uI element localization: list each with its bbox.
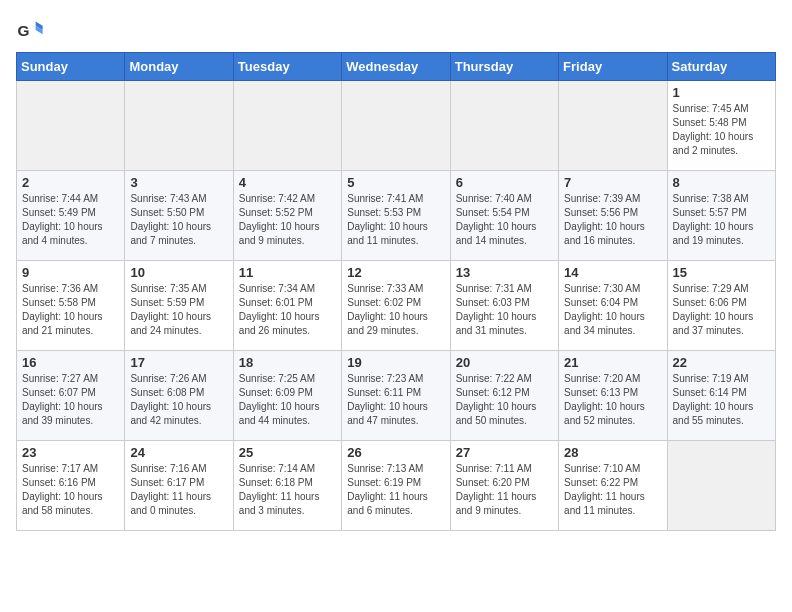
day-number: 4 <box>239 175 336 190</box>
day-number: 27 <box>456 445 553 460</box>
calendar-cell: 18Sunrise: 7:25 AM Sunset: 6:09 PM Dayli… <box>233 351 341 441</box>
day-number: 23 <box>22 445 119 460</box>
day-number: 28 <box>564 445 661 460</box>
day-info: Sunrise: 7:25 AM Sunset: 6:09 PM Dayligh… <box>239 372 336 428</box>
day-info: Sunrise: 7:16 AM Sunset: 6:17 PM Dayligh… <box>130 462 227 518</box>
day-number: 12 <box>347 265 444 280</box>
week-row-5: 23Sunrise: 7:17 AM Sunset: 6:16 PM Dayli… <box>17 441 776 531</box>
page-header: G <box>16 16 776 44</box>
calendar-cell: 8Sunrise: 7:38 AM Sunset: 5:57 PM Daylig… <box>667 171 775 261</box>
day-number: 14 <box>564 265 661 280</box>
week-row-2: 2Sunrise: 7:44 AM Sunset: 5:49 PM Daylig… <box>17 171 776 261</box>
calendar-cell: 7Sunrise: 7:39 AM Sunset: 5:56 PM Daylig… <box>559 171 667 261</box>
calendar-header: SundayMondayTuesdayWednesdayThursdayFrid… <box>17 53 776 81</box>
day-info: Sunrise: 7:27 AM Sunset: 6:07 PM Dayligh… <box>22 372 119 428</box>
header-tuesday: Tuesday <box>233 53 341 81</box>
calendar-cell: 5Sunrise: 7:41 AM Sunset: 5:53 PM Daylig… <box>342 171 450 261</box>
header-thursday: Thursday <box>450 53 558 81</box>
calendar-cell: 23Sunrise: 7:17 AM Sunset: 6:16 PM Dayli… <box>17 441 125 531</box>
day-info: Sunrise: 7:29 AM Sunset: 6:06 PM Dayligh… <box>673 282 770 338</box>
day-info: Sunrise: 7:33 AM Sunset: 6:02 PM Dayligh… <box>347 282 444 338</box>
calendar-cell <box>125 81 233 171</box>
day-info: Sunrise: 7:30 AM Sunset: 6:04 PM Dayligh… <box>564 282 661 338</box>
calendar-cell: 15Sunrise: 7:29 AM Sunset: 6:06 PM Dayli… <box>667 261 775 351</box>
day-number: 15 <box>673 265 770 280</box>
calendar-cell: 4Sunrise: 7:42 AM Sunset: 5:52 PM Daylig… <box>233 171 341 261</box>
header-friday: Friday <box>559 53 667 81</box>
header-wednesday: Wednesday <box>342 53 450 81</box>
header-saturday: Saturday <box>667 53 775 81</box>
calendar-cell: 20Sunrise: 7:22 AM Sunset: 6:12 PM Dayli… <box>450 351 558 441</box>
day-info: Sunrise: 7:14 AM Sunset: 6:18 PM Dayligh… <box>239 462 336 518</box>
day-info: Sunrise: 7:38 AM Sunset: 5:57 PM Dayligh… <box>673 192 770 248</box>
day-number: 1 <box>673 85 770 100</box>
day-number: 16 <box>22 355 119 370</box>
calendar-cell: 1Sunrise: 7:45 AM Sunset: 5:48 PM Daylig… <box>667 81 775 171</box>
calendar-cell: 16Sunrise: 7:27 AM Sunset: 6:07 PM Dayli… <box>17 351 125 441</box>
day-number: 8 <box>673 175 770 190</box>
day-number: 13 <box>456 265 553 280</box>
calendar-cell: 6Sunrise: 7:40 AM Sunset: 5:54 PM Daylig… <box>450 171 558 261</box>
svg-text:G: G <box>17 22 29 39</box>
day-info: Sunrise: 7:45 AM Sunset: 5:48 PM Dayligh… <box>673 102 770 158</box>
day-number: 9 <box>22 265 119 280</box>
day-number: 21 <box>564 355 661 370</box>
day-info: Sunrise: 7:10 AM Sunset: 6:22 PM Dayligh… <box>564 462 661 518</box>
calendar-cell <box>667 441 775 531</box>
calendar-cell: 24Sunrise: 7:16 AM Sunset: 6:17 PM Dayli… <box>125 441 233 531</box>
day-info: Sunrise: 7:44 AM Sunset: 5:49 PM Dayligh… <box>22 192 119 248</box>
day-info: Sunrise: 7:36 AM Sunset: 5:58 PM Dayligh… <box>22 282 119 338</box>
calendar-cell: 10Sunrise: 7:35 AM Sunset: 5:59 PM Dayli… <box>125 261 233 351</box>
day-number: 20 <box>456 355 553 370</box>
calendar-cell: 2Sunrise: 7:44 AM Sunset: 5:49 PM Daylig… <box>17 171 125 261</box>
day-info: Sunrise: 7:40 AM Sunset: 5:54 PM Dayligh… <box>456 192 553 248</box>
calendar-cell: 13Sunrise: 7:31 AM Sunset: 6:03 PM Dayli… <box>450 261 558 351</box>
calendar-cell: 12Sunrise: 7:33 AM Sunset: 6:02 PM Dayli… <box>342 261 450 351</box>
day-number: 25 <box>239 445 336 460</box>
calendar-cell: 21Sunrise: 7:20 AM Sunset: 6:13 PM Dayli… <box>559 351 667 441</box>
day-info: Sunrise: 7:41 AM Sunset: 5:53 PM Dayligh… <box>347 192 444 248</box>
calendar-cell: 26Sunrise: 7:13 AM Sunset: 6:19 PM Dayli… <box>342 441 450 531</box>
calendar-cell: 22Sunrise: 7:19 AM Sunset: 6:14 PM Dayli… <box>667 351 775 441</box>
calendar-cell: 25Sunrise: 7:14 AM Sunset: 6:18 PM Dayli… <box>233 441 341 531</box>
calendar-table: SundayMondayTuesdayWednesdayThursdayFrid… <box>16 52 776 531</box>
day-number: 6 <box>456 175 553 190</box>
calendar-cell: 27Sunrise: 7:11 AM Sunset: 6:20 PM Dayli… <box>450 441 558 531</box>
day-number: 10 <box>130 265 227 280</box>
day-number: 17 <box>130 355 227 370</box>
day-number: 2 <box>22 175 119 190</box>
week-row-4: 16Sunrise: 7:27 AM Sunset: 6:07 PM Dayli… <box>17 351 776 441</box>
week-row-1: 1Sunrise: 7:45 AM Sunset: 5:48 PM Daylig… <box>17 81 776 171</box>
day-number: 24 <box>130 445 227 460</box>
calendar-cell <box>450 81 558 171</box>
day-info: Sunrise: 7:22 AM Sunset: 6:12 PM Dayligh… <box>456 372 553 428</box>
logo-icon: G <box>16 16 44 44</box>
day-number: 11 <box>239 265 336 280</box>
calendar-cell: 14Sunrise: 7:30 AM Sunset: 6:04 PM Dayli… <box>559 261 667 351</box>
day-info: Sunrise: 7:13 AM Sunset: 6:19 PM Dayligh… <box>347 462 444 518</box>
day-info: Sunrise: 7:43 AM Sunset: 5:50 PM Dayligh… <box>130 192 227 248</box>
week-row-3: 9Sunrise: 7:36 AM Sunset: 5:58 PM Daylig… <box>17 261 776 351</box>
calendar-cell: 9Sunrise: 7:36 AM Sunset: 5:58 PM Daylig… <box>17 261 125 351</box>
day-number: 22 <box>673 355 770 370</box>
header-monday: Monday <box>125 53 233 81</box>
day-info: Sunrise: 7:26 AM Sunset: 6:08 PM Dayligh… <box>130 372 227 428</box>
calendar-cell <box>17 81 125 171</box>
day-number: 18 <box>239 355 336 370</box>
day-number: 5 <box>347 175 444 190</box>
calendar-cell <box>342 81 450 171</box>
day-number: 19 <box>347 355 444 370</box>
day-number: 26 <box>347 445 444 460</box>
day-info: Sunrise: 7:17 AM Sunset: 6:16 PM Dayligh… <box>22 462 119 518</box>
calendar-cell: 17Sunrise: 7:26 AM Sunset: 6:08 PM Dayli… <box>125 351 233 441</box>
header-sunday: Sunday <box>17 53 125 81</box>
day-number: 7 <box>564 175 661 190</box>
calendar-cell <box>233 81 341 171</box>
calendar-cell: 3Sunrise: 7:43 AM Sunset: 5:50 PM Daylig… <box>125 171 233 261</box>
day-info: Sunrise: 7:23 AM Sunset: 6:11 PM Dayligh… <box>347 372 444 428</box>
day-info: Sunrise: 7:31 AM Sunset: 6:03 PM Dayligh… <box>456 282 553 338</box>
calendar-cell: 11Sunrise: 7:34 AM Sunset: 6:01 PM Dayli… <box>233 261 341 351</box>
logo: G <box>16 16 48 44</box>
day-info: Sunrise: 7:34 AM Sunset: 6:01 PM Dayligh… <box>239 282 336 338</box>
day-number: 3 <box>130 175 227 190</box>
